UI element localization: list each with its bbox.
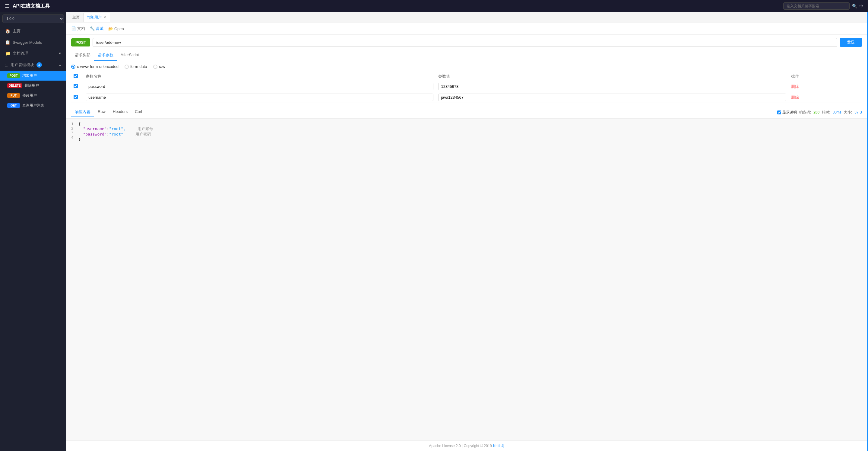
module-index: 1. [5, 63, 8, 67]
tab-add-user[interactable]: 增加用户 ✕ [84, 13, 110, 22]
lang-btn[interactable]: 中 [860, 4, 863, 9]
code-val-password: "root" [109, 132, 123, 137]
section-left: 1. 用户管理模块 4 [5, 62, 42, 67]
content-area: 主页 增加用户 ✕ 📄 文档 🔧 调试 📂 Open POST [66, 12, 867, 451]
line-numbers: 1 2 3 4 [71, 122, 73, 438]
sidebar: 1.0.0 🏠 主页 📋 Swagger Models 📁 文档管理 ▼ 1. … [0, 12, 66, 451]
row1-checkbox[interactable] [73, 84, 78, 88]
search-icon-btn[interactable]: 🔍 [852, 4, 857, 8]
sidebar-module-section[interactable]: 1. 用户管理模块 4 ▲ [0, 59, 66, 71]
code-colon-1: : [107, 126, 109, 131]
radio-urlencoded-label: x-www-form-urlencoded [77, 64, 119, 69]
line-num-3: 3 [71, 131, 73, 135]
radio-urlencoded[interactable]: x-www-form-urlencoded [71, 64, 119, 69]
footer-brand-link[interactable]: Knife4j [493, 444, 504, 448]
sidebar-api-put-label: 修改用户 [22, 93, 37, 98]
toolbar-open-btn[interactable]: 📂 Open [107, 26, 125, 32]
row2-checkbox[interactable] [73, 95, 78, 99]
sidebar-item-swagger[interactable]: 📋 Swagger Models [0, 37, 66, 48]
version-select[interactable]: 1.0.0 [2, 15, 64, 23]
show-desc-checkbox[interactable] [777, 111, 781, 114]
toolbar-doc-btn[interactable]: 📄 文档 [70, 25, 86, 32]
tab-request-header[interactable]: 请求头部 [71, 50, 94, 61]
resp-tab-raw[interactable]: Raw [94, 108, 109, 117]
col-param-value: 参数值 [436, 72, 788, 81]
sidebar-api-post-add[interactable]: POST 增加用户 [0, 71, 66, 81]
sidebar-api-post-label: 增加用户 [22, 73, 37, 78]
toolbar-doc-label: 文档 [77, 26, 85, 31]
folder-icon: 📁 [5, 51, 10, 56]
send-button[interactable]: 发送 [840, 38, 862, 47]
tab-home[interactable]: 主页 [69, 13, 84, 22]
method-put-badge: PUT [7, 93, 20, 98]
topbar: ☰ API在线文档工具 🔍 中 [0, 0, 868, 12]
doc-icon: 📄 [71, 26, 76, 31]
right-accent-bar [867, 12, 868, 451]
code-indent-2 [79, 126, 83, 131]
params-table: 参数名称 参数值 操作 删除 [71, 72, 862, 103]
toolbar-debug-label: 调试 [96, 26, 103, 31]
topbar-left: ☰ API在线文档工具 [5, 3, 50, 9]
radio-raw-circle [153, 65, 157, 69]
row2-name-input[interactable] [86, 93, 433, 101]
code-comment-password: 用户密码 [135, 132, 151, 137]
resp-tab-content[interactable]: 响应内容 [71, 108, 94, 117]
method-post-badge: POST [7, 73, 20, 78]
tab-bar: 主页 增加用户 ✕ [66, 12, 867, 23]
sidebar-item-home-label: 主页 [13, 28, 21, 34]
module-badge: 4 [36, 62, 42, 67]
api-url-input[interactable] [93, 38, 837, 47]
response-section: 响应内容 Raw Headers Curl 显示说明 响应码: 200 耗时: … [66, 106, 867, 441]
footer-text: Apache License 2.0 | Copyright © 2019- [429, 444, 493, 448]
sidebar-api-delete-label: 删除用户 [25, 83, 39, 88]
time-value: 30ms [833, 110, 841, 114]
radio-formdata-circle [125, 65, 129, 69]
sidebar-api-get[interactable]: GET 查询用户列表 [0, 101, 66, 111]
radio-formdata[interactable]: form-data [125, 64, 147, 69]
tab-request-params[interactable]: 请求参数 [94, 50, 117, 61]
menu-icon[interactable]: ☰ [5, 3, 9, 9]
sidebar-item-docs-label: 文档管理 [13, 51, 28, 56]
method-delete-badge: DELETE [7, 83, 22, 88]
resp-tabs-bar: 响应内容 Raw Headers Curl 显示说明 响应码: 200 耗时: … [66, 106, 867, 119]
body-type-group: x-www-form-urlencoded form-data raw [71, 64, 862, 69]
resp-tab-curl[interactable]: Curl [131, 108, 146, 117]
toolbar-open-label: Open [114, 27, 124, 31]
home-icon: 🏠 [5, 29, 10, 33]
row2-value-input[interactable] [438, 93, 786, 101]
sidebar-item-swagger-label: Swagger Models [13, 40, 42, 45]
code-val-username: "root", [109, 126, 126, 131]
tab-afterscript[interactable]: AfterScript [117, 50, 143, 61]
resp-meta: 显示说明 响应码: 200 耗时: 30ms 大小: 37 B [777, 110, 862, 115]
row1-name-input[interactable] [86, 83, 433, 90]
radio-raw-label: raw [159, 64, 165, 69]
code-area: 1 2 3 4 { "username" : "root", 用户账号 [66, 119, 867, 441]
module-chevron-icon: ▲ [59, 63, 62, 67]
app-title: API在线文档工具 [13, 3, 50, 9]
select-all-checkbox[interactable] [73, 74, 78, 78]
search-input[interactable] [783, 2, 849, 10]
line-num-1: 1 [71, 122, 73, 126]
chevron-down-icon: ▼ [58, 52, 62, 55]
tab-close-icon[interactable]: ✕ [103, 16, 106, 19]
open-icon: 📂 [108, 27, 113, 31]
code-indent-3 [79, 132, 83, 137]
tab-home-label: 主页 [72, 15, 80, 20]
table-row: 删除 [71, 81, 862, 92]
row1-delete-link[interactable]: 删除 [791, 84, 799, 89]
sidebar-api-put[interactable]: PUT 修改用户 [0, 90, 66, 101]
status-code: 200 [813, 110, 819, 114]
sidebar-item-docs[interactable]: 📁 文档管理 ▼ [0, 48, 66, 59]
sidebar-item-home[interactable]: 🏠 主页 [0, 25, 66, 37]
row1-value-input[interactable] [438, 83, 786, 90]
radio-urlencoded-circle [71, 65, 75, 69]
show-desc-toggle[interactable]: 显示说明 [777, 110, 797, 115]
code-content: { "username" : "root", 用户账号 "password" : [79, 122, 862, 438]
radio-formdata-label: form-data [130, 64, 147, 69]
sidebar-api-delete[interactable]: DELETE 删除用户 [0, 81, 66, 90]
col-param-name: 参数名称 [83, 72, 436, 81]
resp-tab-headers[interactable]: Headers [109, 108, 131, 117]
toolbar-debug-btn[interactable]: 🔧 调试 [89, 25, 105, 32]
row2-delete-link[interactable]: 删除 [791, 95, 799, 100]
radio-raw[interactable]: raw [153, 64, 165, 69]
